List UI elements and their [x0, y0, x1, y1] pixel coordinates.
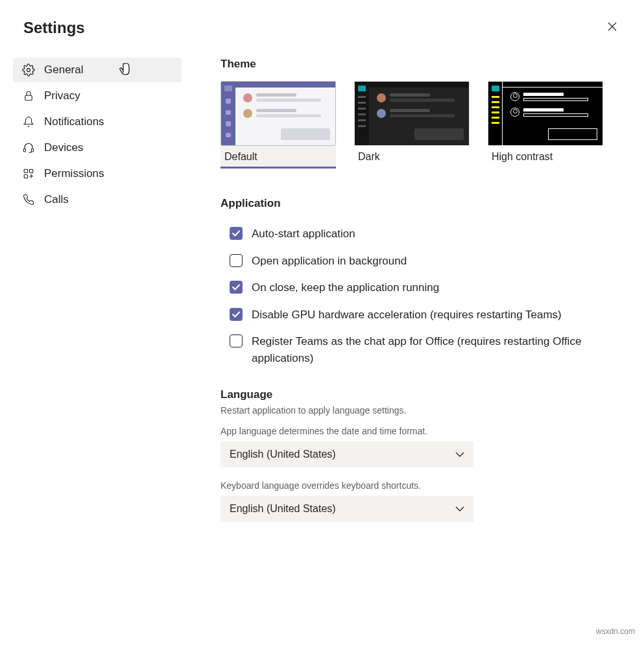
sidebar-item-devices[interactable]: Devices [13, 135, 182, 160]
checkbox-label: Register Teams as the chat app for Offic… [252, 333, 612, 366]
headset-icon [22, 141, 35, 154]
checkbox-label: Auto-start application [252, 226, 355, 242]
select-value: English (United States) [230, 449, 336, 460]
chevron-down-icon [455, 506, 464, 511]
phone-icon [22, 193, 35, 206]
app-language-select[interactable]: English (United States) [221, 441, 473, 467]
page-title: Settings [23, 19, 85, 37]
chevron-down-icon [455, 452, 464, 457]
bell-icon [22, 115, 35, 128]
app-language-label: App language determines the date and tim… [221, 426, 612, 436]
option-keep-running[interactable]: On close, keep the application running [221, 274, 612, 301]
sidebar-item-label: Privacy [44, 89, 80, 102]
close-button[interactable] [604, 18, 621, 37]
checkbox-disable-gpu[interactable] [230, 308, 243, 321]
option-open-background[interactable]: Open application in background [221, 248, 612, 275]
svg-rect-4 [24, 169, 27, 172]
check-icon [232, 311, 240, 318]
language-heading: Language [221, 388, 612, 401]
option-register-chat-app[interactable]: Register Teams as the chat app for Offic… [221, 328, 612, 371]
check-icon [232, 284, 240, 290]
theme-option-default[interactable]: Default [221, 81, 336, 169]
theme-label: Default [224, 151, 257, 162]
theme-heading: Theme [221, 58, 612, 71]
checkbox-label: Disable GPU hardware acceleration (requi… [252, 307, 562, 323]
theme-option-high-contrast[interactable]: High contrast [488, 81, 603, 169]
svg-rect-2 [24, 149, 26, 152]
sidebar-item-privacy[interactable]: Privacy [13, 84, 182, 108]
sidebar-item-label: General [44, 64, 83, 76]
checkbox-autostart[interactable] [230, 227, 243, 240]
svg-rect-5 [30, 169, 33, 172]
select-value: English (United States) [230, 503, 336, 515]
svg-point-0 [27, 69, 30, 72]
sidebar-item-label: Notifications [44, 115, 104, 128]
language-restart-note: Restart application to apply language se… [221, 405, 612, 416]
application-heading: Application [221, 197, 612, 210]
checkbox-open-background[interactable] [230, 254, 243, 267]
lock-icon [22, 89, 35, 102]
checkbox-register-chat-app[interactable] [230, 334, 243, 347]
sidebar-item-label: Calls [44, 193, 69, 206]
keyboard-language-label: Keyboard language overrides keyboard sho… [221, 480, 612, 491]
apps-icon [22, 167, 35, 180]
sidebar-item-label: Devices [44, 141, 83, 154]
close-icon [608, 22, 617, 31]
option-disable-gpu[interactable]: Disable GPU hardware acceleration (requi… [221, 301, 612, 329]
theme-label: Dark [358, 151, 380, 162]
svg-rect-3 [32, 149, 34, 152]
sidebar-item-label: Permissions [44, 167, 104, 180]
sidebar-item-calls[interactable]: Calls [13, 187, 182, 212]
theme-thumb-dark [354, 81, 470, 146]
settings-sidebar: General Privacy Notifications Devices Pe [13, 58, 182, 535]
settings-main: Theme Default [182, 58, 631, 535]
svg-rect-1 [25, 95, 32, 100]
settings-header: Settings [0, 0, 644, 43]
sidebar-item-permissions[interactable]: Permissions [13, 161, 182, 186]
theme-option-dark[interactable]: Dark [354, 81, 470, 169]
keyboard-language-select[interactable]: English (United States) [221, 496, 473, 522]
theme-thumb-default [221, 81, 336, 146]
theme-label: High contrast [492, 151, 553, 162]
watermark: wsxdn.com [596, 627, 635, 636]
sidebar-item-general[interactable]: General [13, 58, 182, 82]
option-autostart[interactable]: Auto-start application [221, 220, 612, 248]
checkbox-label: On close, keep the application running [252, 279, 439, 296]
sidebar-item-notifications[interactable]: Notifications [13, 110, 182, 134]
svg-rect-6 [24, 175, 27, 178]
check-icon [232, 230, 240, 237]
gear-icon [22, 64, 35, 76]
theme-options: Default Dark [221, 81, 612, 169]
checkbox-label: Open application in background [252, 253, 407, 270]
theme-thumb-high-contrast [488, 81, 603, 146]
checkbox-keep-running[interactable] [230, 281, 243, 294]
